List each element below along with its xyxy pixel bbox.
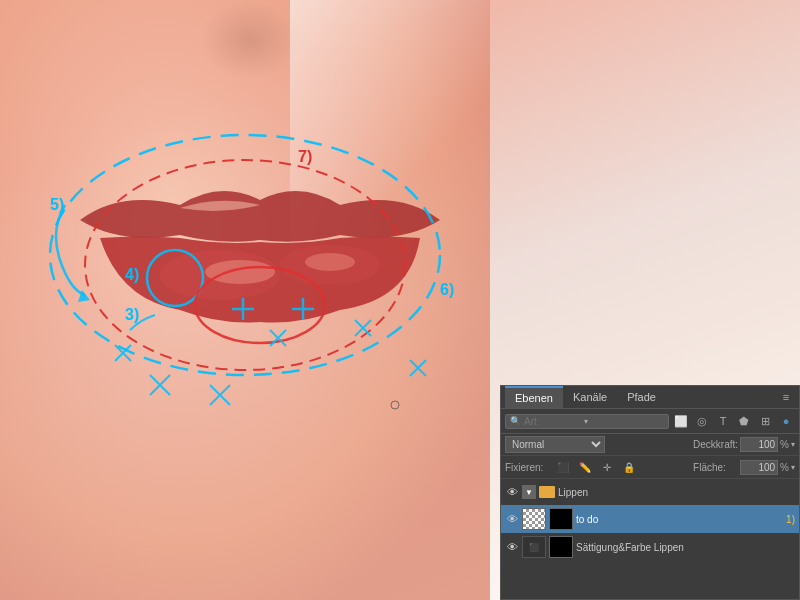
layer-filter-shape-icon[interactable]: ⬟ — [735, 412, 753, 430]
blend-opacity-row: Normal Multiplizieren Bildschirm Überlag… — [501, 434, 799, 456]
layer-mask-todo — [549, 508, 573, 530]
layer-thumb-todo — [522, 508, 546, 530]
visibility-toggle-lippen[interactable]: 👁 — [505, 485, 519, 499]
expand-group-icon[interactable]: ▼ — [522, 485, 536, 499]
opacity-input[interactable] — [740, 437, 778, 452]
opacity-label: Deckkraft: — [693, 439, 738, 450]
search-icon: 🔍 — [510, 416, 521, 426]
layer-saettigung[interactable]: 👁 ⬛ Sättigung&Farbe Lippen — [501, 533, 799, 561]
flaeche-input[interactable] — [740, 460, 778, 475]
layer-mask-saettigung — [549, 536, 573, 558]
fixieren-row: Fixieren: ⬛ ✏️ ✛ 🔒 Fläche: % ▾ — [501, 456, 799, 479]
adjustment-thumb-saettigung: ⬛ — [522, 536, 546, 558]
layer-filter-smart-icon[interactable]: ⊞ — [756, 412, 774, 430]
layer-group-lippen[interactable]: 👁 ▼ Lippen — [501, 479, 799, 505]
layer-filter-row: 🔍 ▾ ⬜ ◎ T ⬟ ⊞ ● — [501, 409, 799, 434]
blend-mode-select[interactable]: Normal Multiplizieren Bildschirm Überlag… — [505, 436, 605, 453]
opacity-dropdown-icon[interactable]: ▾ — [791, 440, 795, 449]
layer-filter-adjust-icon[interactable]: ◎ — [693, 412, 711, 430]
layer-filter-toggle-icon[interactable]: ● — [777, 412, 795, 430]
layer-todo-name: to do — [576, 514, 783, 525]
tab-pfade[interactable]: Pfade — [617, 386, 666, 408]
flaeche-unit: % — [780, 462, 789, 473]
group-folder-icon — [539, 486, 555, 498]
opacity-group: Deckkraft: % ▾ — [693, 437, 795, 452]
panel-options-icon[interactable]: ≡ — [777, 388, 795, 406]
lock-artboard-icon[interactable]: 🔒 — [620, 458, 638, 476]
lock-pixels-icon[interactable]: ⬛ — [554, 458, 572, 476]
tab-kanaele[interactable]: Kanäle — [563, 386, 617, 408]
tab-ebenen[interactable]: Ebenen — [505, 386, 563, 408]
flaeche-label: Fläche: — [693, 462, 738, 473]
layer-todo-label: 1) — [786, 514, 795, 525]
layer-saettigung-name: Sättigung&Farbe Lippen — [576, 542, 795, 553]
flaeche-group: Fläche: % ▾ — [693, 460, 795, 475]
opacity-unit: % — [780, 439, 789, 450]
canvas: 7) 5) 4) 3) 6) Ebenen Kanäle Pfade ≡ 🔍 ▾ — [0, 0, 800, 600]
layers-list: 👁 ▼ Lippen 👁 to do 1) 👁 ⬛ Sättigung&Farb… — [501, 479, 799, 561]
lock-paint-icon[interactable]: ✏️ — [576, 458, 594, 476]
layer-search-box[interactable]: 🔍 ▾ — [505, 414, 669, 429]
visibility-toggle-todo[interactable]: 👁 — [505, 512, 519, 526]
visibility-toggle-saettigung[interactable]: 👁 — [505, 540, 519, 554]
lock-position-icon[interactable]: ✛ — [598, 458, 616, 476]
flaeche-dropdown-icon[interactable]: ▾ — [791, 463, 795, 472]
layer-todo[interactable]: 👁 to do 1) — [501, 505, 799, 533]
ps-panel: Ebenen Kanäle Pfade ≡ 🔍 ▾ ⬜ ◎ T ⬟ ⊞ ● No… — [500, 385, 800, 600]
group-lippen-name: Lippen — [558, 487, 795, 498]
panel-tab-bar: Ebenen Kanäle Pfade ≡ — [501, 386, 799, 409]
fixieren-label: Fixieren: — [505, 462, 550, 473]
layer-filter-text-icon[interactable]: T — [714, 412, 732, 430]
layer-type-input[interactable] — [524, 416, 584, 427]
layer-filter-pixel-icon[interactable]: ⬜ — [672, 412, 690, 430]
dropdown-arrow-icon: ▾ — [584, 417, 588, 426]
